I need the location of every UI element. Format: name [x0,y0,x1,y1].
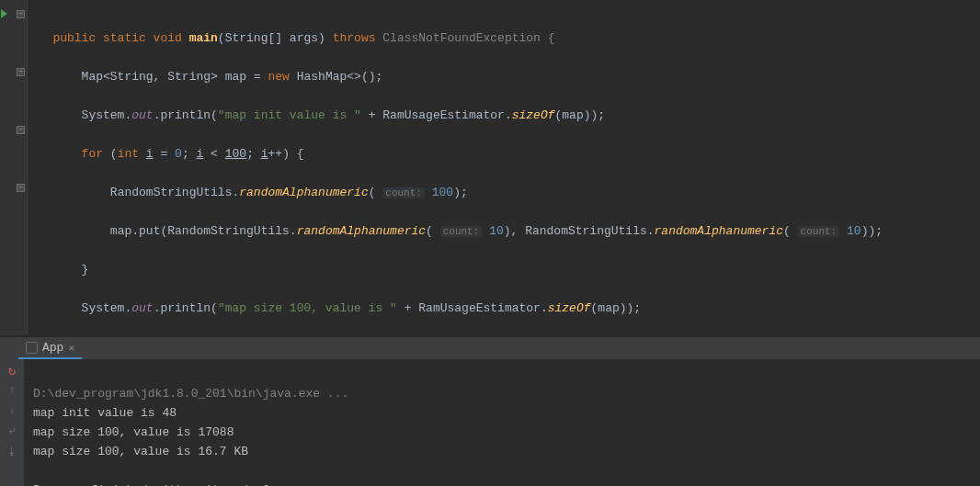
soft-wrap-icon[interactable]: ⤶ [5,424,19,438]
editor-gutter: − − − − [0,0,28,335]
string-literal: "map size 100, value is " [218,301,397,315]
console-output[interactable]: D:\dev_program\jdk1.8.0_201\bin\java.exe… [24,359,358,486]
keyword: for [82,147,110,161]
run-tab-bar: App ✕ [0,337,980,359]
run-config-icon [26,342,38,354]
tab-label: App [42,341,63,355]
exception-type: ClassNotFoundException { [382,31,554,45]
code-text: = [154,147,175,161]
static-method: sizeOf [548,301,591,315]
number: 10 [839,224,860,238]
code-text: HashMap<>(); [297,70,383,84]
code-text: (map)); [591,301,642,315]
code-text: )); [861,224,883,238]
field-ref: out [131,301,153,315]
run-tab-app[interactable]: App ✕ [18,337,82,359]
code-editor[interactable]: − − − − public static void main(String[]… [0,0,980,335]
code-text: System. [82,108,132,122]
code-text: < [203,147,224,161]
output-line: map size 100, value is 17088 [33,425,234,439]
output-line: map size 100, value is 16.7 KB [33,445,248,458]
console-panel: ↻ ↑ ↓ ⤶ ⭳ D:\dev_program\jdk1.8.0_201\bi… [0,359,980,486]
code-text: ; [182,147,197,161]
static-method: randomAlphanumeric [297,224,426,238]
console-toolbar: ↻ ↑ ↓ ⤶ ⭳ [0,359,24,486]
code-text: (map)); [555,108,606,122]
keyword: public static void [52,31,188,45]
code-text: (String[] args) [218,31,333,45]
var: i [261,147,268,161]
fold-icon[interactable]: − [17,184,25,192]
keyword: throws [333,31,383,45]
fold-icon[interactable]: − [17,10,25,18]
method-name: main [189,31,218,45]
code-text: + RamUsageEstimator. [397,301,548,315]
fold-icon[interactable]: − [17,126,25,134]
run-gutter-icon[interactable] [1,9,7,18]
param-hint: count: [440,226,483,237]
rerun-icon[interactable]: ↻ [5,363,19,378]
output-line: map init value is 48 [33,406,177,420]
code-text: ( [783,224,798,238]
up-icon[interactable]: ↑ [5,383,19,398]
code-text: ; [246,147,261,161]
param-hint: count: [382,187,425,198]
code-text: ); [453,186,468,199]
scroll-to-end-icon[interactable]: ⭳ [5,444,19,458]
down-icon[interactable]: ↓ [5,403,19,418]
static-method: randomAlphanumeric [655,224,783,238]
code-text: + RamUsageEstimator. [361,108,512,122]
code-text: } [82,263,89,277]
code-content[interactable]: public static void main(String[] args) t… [28,0,980,335]
number: 0 [175,147,182,161]
code-text: System. [82,301,132,315]
var: i [146,147,154,161]
number: 10 [482,224,503,238]
code-text: ( [110,147,118,161]
code-text: ( [426,224,440,238]
code-text: map.put(RandomStringUtils. [110,224,297,238]
string-literal: "map init value is " [218,108,361,122]
code-text: .println( [154,301,218,315]
param-hint: count: [798,226,840,237]
close-icon[interactable]: ✕ [68,342,74,354]
code-text: .println( [154,108,218,122]
static-method: randomAlphanumeric [239,186,368,199]
code-text: ( [369,186,383,199]
keyword: int [118,147,146,161]
static-method: sizeOf [512,108,555,122]
code-text: RandomStringUtils. [110,186,239,199]
code-text: ), RandomStringUtils. [504,224,655,238]
command-line: D:\dev_program\jdk1.8.0_201\bin\java.exe… [33,387,348,401]
code-text: ++) { [268,147,304,161]
keyword: new [268,70,296,84]
fold-icon[interactable]: − [17,68,25,76]
number: 100 [225,147,246,161]
field-ref: out [131,108,153,122]
code-text: Map<String, String> map = [82,70,268,84]
number: 100 [425,186,453,199]
